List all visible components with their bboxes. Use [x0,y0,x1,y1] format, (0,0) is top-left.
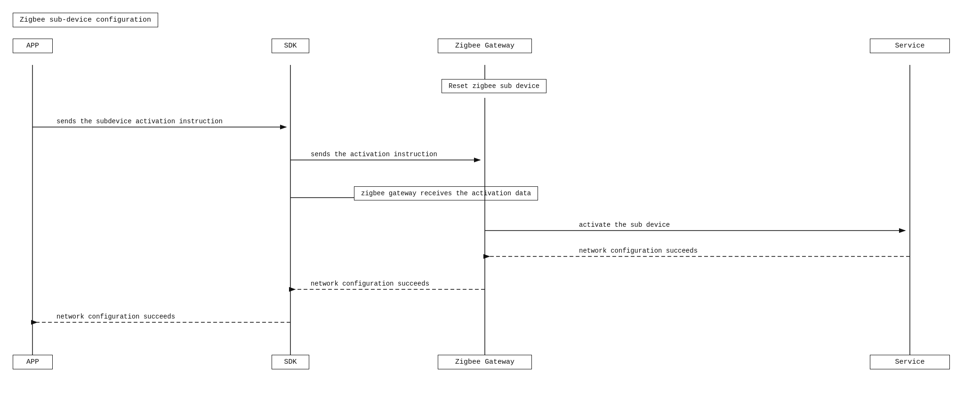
diagram-title: Zigbee sub-device configuration [13,13,158,27]
msg7-label: network configuration succeeds [56,313,175,320]
msg5-label: network configuration succeeds [579,247,698,255]
note-activation-data: zigbee gateway receives the activation d… [354,186,538,200]
msg6-label: network configuration succeeds [311,280,429,287]
note-reset: Reset zigbee sub device [442,79,546,93]
sequence-diagram: Zigbee sub-device configuration APP SDK … [0,0,980,415]
actor-gateway-top: Zigbee Gateway [438,39,532,53]
actor-app-bottom: APP [13,355,53,369]
diagram-svg [0,0,980,415]
actor-sdk-top: SDK [272,39,309,53]
msg4-label: activate the sub device [579,221,670,229]
msg2-label: sends the activation instruction [311,151,437,158]
actor-gateway-bottom: Zigbee Gateway [438,355,532,369]
actor-app-top: APP [13,39,53,53]
actor-service-top: Service [870,39,950,53]
actor-sdk-bottom: SDK [272,355,309,369]
msg1-label: sends the subdevice activation instructi… [56,118,223,125]
actor-service-bottom: Service [870,355,950,369]
